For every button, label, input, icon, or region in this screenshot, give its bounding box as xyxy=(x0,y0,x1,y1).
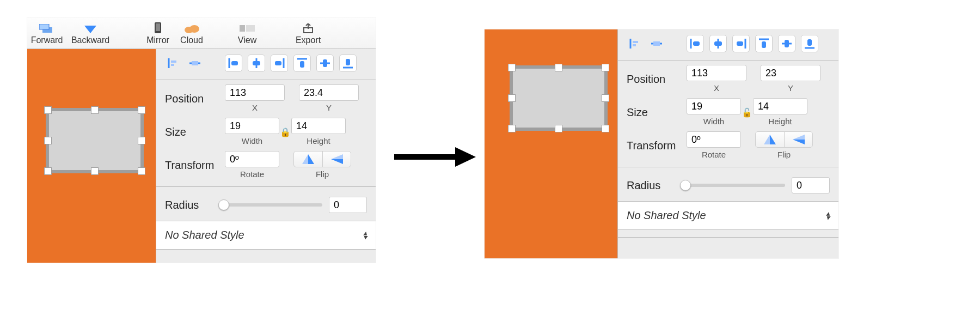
resize-handle[interactable] xyxy=(602,125,609,132)
y-sublabel: Y xyxy=(788,82,793,94)
align-middle-icon[interactable] xyxy=(316,55,334,72)
radius-input[interactable] xyxy=(329,197,367,213)
lock-icon[interactable]: 🔒 xyxy=(279,127,291,137)
toolbar-backward[interactable]: Backward xyxy=(66,22,114,45)
resize-handle[interactable] xyxy=(44,137,52,144)
resize-handle[interactable] xyxy=(508,64,516,71)
shared-style-dropdown[interactable]: No Shared Style ▴▾ xyxy=(618,201,838,230)
distribute-center-icon[interactable] xyxy=(248,55,265,72)
svg-rect-8 xyxy=(246,25,255,32)
position-x-input[interactable] xyxy=(687,65,746,81)
flip-vertical-button[interactable] xyxy=(322,152,351,167)
toolbar-export[interactable]: Export xyxy=(291,22,326,45)
svg-rect-34 xyxy=(633,41,638,43)
flip-vertical-button[interactable] xyxy=(784,132,812,147)
transition-arrow-icon xyxy=(394,146,476,168)
svg-marker-28 xyxy=(308,154,314,164)
toolbar-label: Backward xyxy=(71,35,109,45)
height-input[interactable] xyxy=(753,98,807,114)
align-middle-icon[interactable] xyxy=(778,35,795,52)
slider-knob[interactable] xyxy=(218,199,229,210)
toolbar-mirror[interactable]: Mirror xyxy=(142,22,174,45)
toolbar-forward[interactable]: Forward xyxy=(27,22,66,45)
resize-handle[interactable] xyxy=(44,106,52,114)
svg-rect-12 xyxy=(171,64,174,66)
transform-label: Transform xyxy=(165,159,225,172)
position-label: Position xyxy=(165,93,225,105)
toolbar-cloud[interactable]: Cloud xyxy=(174,22,209,45)
resize-handle[interactable] xyxy=(555,64,562,71)
radius-slider[interactable] xyxy=(682,184,785,187)
distribute-center-icon[interactable] xyxy=(709,35,727,52)
rotate-input[interactable] xyxy=(225,151,279,167)
resize-handle[interactable] xyxy=(602,94,609,102)
resize-handle[interactable] xyxy=(138,137,145,144)
unlock-icon[interactable]: 🔓 xyxy=(741,107,753,118)
radius-label: Radius xyxy=(165,199,214,211)
resize-handle[interactable] xyxy=(602,64,609,71)
align-bottom-icon[interactable] xyxy=(801,35,818,52)
shared-style-dropdown[interactable]: No Shared Style ▴▾ xyxy=(156,221,376,250)
rotate-sublabel: Rotate xyxy=(702,149,726,160)
position-x-input[interactable] xyxy=(225,84,285,101)
resize-handle[interactable] xyxy=(508,125,516,132)
flip-horizontal-button[interactable] xyxy=(756,132,784,147)
width-input[interactable] xyxy=(687,98,741,114)
radius-label: Radius xyxy=(627,179,676,192)
size-label: Size xyxy=(165,126,225,138)
resize-handle[interactable] xyxy=(44,167,52,175)
resize-handle[interactable] xyxy=(555,125,562,132)
svg-rect-20 xyxy=(275,61,281,65)
distribute-right-icon[interactable] xyxy=(271,55,288,72)
resize-handle[interactable] xyxy=(91,167,99,175)
radius-slider[interactable] xyxy=(220,203,322,207)
slider-knob[interactable] xyxy=(680,180,691,191)
y-sublabel: Y xyxy=(326,102,332,113)
height-input[interactable] xyxy=(291,118,346,134)
left-screenshot: Forward Backward Mirror Cloud View xyxy=(27,17,376,263)
svg-rect-11 xyxy=(171,60,176,63)
svg-rect-16 xyxy=(231,61,238,65)
align-top-icon[interactable] xyxy=(293,55,311,72)
svg-rect-47 xyxy=(785,40,789,47)
align-bottom-icon[interactable] xyxy=(339,55,357,72)
align-left-icon[interactable] xyxy=(164,55,182,72)
distribute-right-icon[interactable] xyxy=(732,35,750,52)
size-label: Size xyxy=(627,106,687,119)
radius-input[interactable] xyxy=(792,177,830,193)
canvas[interactable] xyxy=(27,49,156,263)
svg-marker-53 xyxy=(793,140,805,144)
align-center-h-icon[interactable] xyxy=(647,35,666,52)
width-input[interactable] xyxy=(225,118,279,134)
distribute-left-icon[interactable] xyxy=(225,55,242,72)
flip-sublabel: Flip xyxy=(316,168,329,180)
window-toolbar: Forward Backward Mirror Cloud View xyxy=(27,17,376,49)
selected-shape[interactable] xyxy=(510,65,608,131)
svg-rect-7 xyxy=(240,25,245,32)
position-y-input[interactable] xyxy=(761,65,820,81)
shared-style-label: No Shared Style xyxy=(627,209,706,222)
align-left-icon[interactable] xyxy=(626,35,644,52)
forward-icon xyxy=(39,22,54,34)
flip-horizontal-button[interactable] xyxy=(294,152,322,167)
rotate-input[interactable] xyxy=(687,131,741,148)
x-sublabel: X xyxy=(252,102,258,113)
svg-rect-37 xyxy=(653,41,660,46)
resize-handle[interactable] xyxy=(91,106,99,114)
svg-rect-41 xyxy=(714,41,722,46)
canvas[interactable] xyxy=(485,29,617,258)
svg-rect-35 xyxy=(633,44,636,46)
resize-handle[interactable] xyxy=(138,106,145,114)
align-top-icon[interactable] xyxy=(755,35,773,52)
toolbar-view[interactable]: View xyxy=(231,22,264,45)
resize-handle[interactable] xyxy=(508,94,516,102)
resize-handle[interactable] xyxy=(138,167,145,175)
position-y-input[interactable] xyxy=(299,84,359,101)
position-label: Position xyxy=(627,73,687,86)
right-screenshot: Position X Y Size Width 🔓 Height xyxy=(485,29,838,258)
align-center-h-icon[interactable] xyxy=(186,55,204,72)
svg-rect-45 xyxy=(762,41,766,48)
svg-rect-26 xyxy=(346,59,350,65)
distribute-left-icon[interactable] xyxy=(687,35,704,52)
selected-shape[interactable] xyxy=(46,108,144,173)
